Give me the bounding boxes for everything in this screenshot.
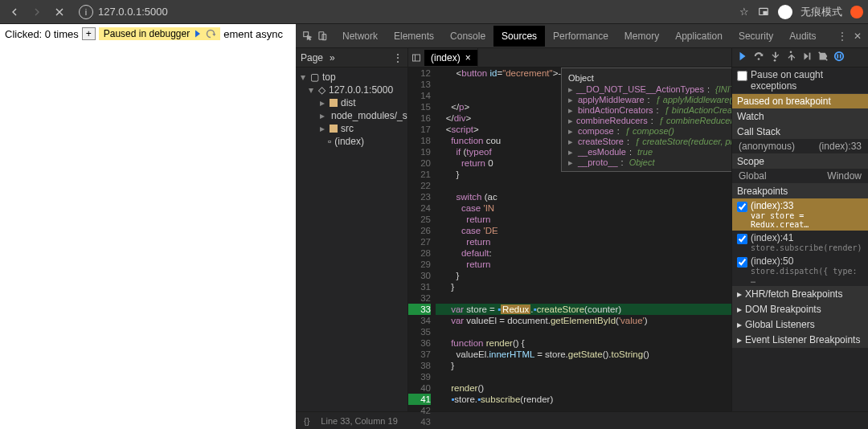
- folder-icon: [330, 125, 338, 133]
- step-over-icon[interactable]: [753, 51, 764, 64]
- tooltip-title: Object: [565, 72, 731, 84]
- scope-global[interactable]: GlobalWindow: [732, 169, 868, 183]
- folder-icon: [330, 99, 338, 107]
- tab-sources[interactable]: Sources: [493, 26, 545, 47]
- sources-navigator: ▾▢top ▾◇127.0.0.1:5000 ▸dist ▸node_modul…: [296, 67, 408, 411]
- global-listeners-section[interactable]: ▸ Global Listeners: [732, 317, 868, 332]
- resume-script-icon[interactable]: [737, 51, 748, 64]
- paused-message: Paused on breakpoint: [732, 94, 868, 108]
- pause-on-caught-checkbox[interactable]: Pause on caught exceptions: [732, 67, 868, 93]
- nav-root-top[interactable]: ▾▢top: [296, 71, 407, 84]
- svg-point-12: [835, 52, 844, 61]
- svg-rect-5: [413, 55, 420, 61]
- breakpoints-section[interactable]: Breakpoints: [732, 184, 868, 198]
- browser-toolbar: i 127.0.0.1:5000 ☆ 无痕模式: [0, 0, 868, 24]
- step-out-icon[interactable]: [785, 51, 796, 64]
- incognito-label: 无痕模式: [800, 5, 842, 19]
- stop-reload-button[interactable]: [50, 2, 69, 22]
- step-icon[interactable]: [206, 29, 215, 39]
- svg-point-8: [774, 59, 776, 62]
- line-gutter[interactable]: 1213141516171819202122232425262728293031…: [408, 67, 436, 411]
- pip-icon[interactable]: [757, 6, 770, 18]
- extension-badge-icon[interactable]: [850, 6, 863, 18]
- callstack-section[interactable]: Call Stack: [732, 125, 868, 139]
- devtools-menu-icon[interactable]: ⋮: [837, 31, 847, 42]
- svg-rect-14: [840, 54, 841, 58]
- tab-network[interactable]: Network: [334, 26, 386, 47]
- editor-statusbar: {} Line 33, Column 19: [296, 411, 868, 429]
- tab-memory[interactable]: Memory: [616, 26, 667, 47]
- scope-section[interactable]: Scope: [732, 154, 868, 169]
- event-listener-breakpoints-section[interactable]: ▸ Event Listener Breakpoints: [732, 333, 868, 347]
- format-braces-icon[interactable]: {}: [304, 416, 309, 426]
- svg-point-7: [758, 58, 760, 60]
- callstack-item[interactable]: (anonymous)(index):33: [732, 139, 868, 153]
- device-toggle-icon[interactable]: [317, 31, 328, 42]
- page-text: Clicked: 0 times: [5, 28, 79, 40]
- tab-console[interactable]: Console: [442, 26, 493, 47]
- bookmark-star-icon[interactable]: ☆: [739, 6, 749, 18]
- code-lines[interactable]: Object ▸__DO_NOT_USE__ActionTypes: {INIT…: [436, 67, 731, 411]
- tab-elements[interactable]: Elements: [386, 26, 442, 47]
- toggle-navigator-icon[interactable]: [411, 53, 421, 63]
- tab-performance[interactable]: Performance: [545, 26, 616, 47]
- svg-point-9: [790, 51, 792, 53]
- pause-exceptions-icon[interactable]: [833, 51, 845, 64]
- nav-file-index[interactable]: ▫(index): [296, 135, 407, 148]
- step-into-icon[interactable]: [769, 51, 780, 64]
- nav-menu-icon[interactable]: ⋮: [393, 52, 403, 63]
- increment-button[interactable]: +: [82, 27, 96, 40]
- nav-folder-dist[interactable]: ▸dist: [296, 96, 407, 109]
- dom-breakpoints-section[interactable]: ▸ DOM Breakpoints: [732, 302, 868, 317]
- nav-folder-src[interactable]: ▸src: [296, 122, 407, 135]
- file-tab-index[interactable]: (index) ×: [424, 50, 477, 66]
- nav-host[interactable]: ▾◇127.0.0.1:5000: [296, 84, 407, 96]
- site-info-icon[interactable]: i: [79, 5, 93, 19]
- nav-tab-page[interactable]: Page: [301, 52, 323, 63]
- code-editor[interactable]: 1213141516171819202122232425262728293031…: [408, 67, 731, 411]
- profile-avatar-icon[interactable]: [778, 5, 792, 19]
- debugger-controls: [731, 48, 868, 67]
- nav-folder-node-modules[interactable]: ▸node_modules/_sym: [296, 109, 407, 122]
- svg-rect-13: [837, 54, 838, 58]
- tab-audits[interactable]: Audits: [781, 26, 824, 47]
- page-trailing-text: ement async: [223, 28, 283, 40]
- resume-icon[interactable]: [193, 29, 203, 39]
- watch-section[interactable]: Watch: [732, 109, 868, 124]
- breakpoint-item-41[interactable]: (index):41store.subscribe(render): [732, 231, 868, 254]
- object-preview-tooltip[interactable]: Object ▸__DO_NOT_USE__ActionTypes: {INIT…: [561, 67, 731, 172]
- close-tab-icon[interactable]: ×: [465, 52, 471, 63]
- url-text[interactable]: 127.0.0.1:5000: [98, 6, 168, 18]
- forward-button[interactable]: [27, 2, 47, 22]
- deactivate-breakpoints-icon[interactable]: [817, 51, 829, 64]
- page-viewport: Clicked: 0 times + Paused in debugger em…: [0, 24, 296, 429]
- svg-rect-3: [319, 31, 324, 39]
- devtools-panel: Network Elements Console Sources Perform…: [296, 24, 868, 429]
- step-icon[interactable]: [801, 51, 813, 64]
- back-button[interactable]: [5, 2, 24, 22]
- breakpoint-item-33[interactable]: (index):33var store = Redux.creat…: [732, 198, 868, 231]
- tab-application[interactable]: Application: [667, 26, 731, 47]
- svg-rect-10: [809, 53, 811, 60]
- paused-in-debugger-banner: Paused in debugger: [99, 27, 220, 40]
- devtools-tab-bar: Network Elements Console Sources Perform…: [296, 24, 868, 48]
- sources-nav-header: Page » ⋮: [296, 48, 408, 67]
- breakpoint-item-50[interactable]: (index):50store.dispatch({ type: …: [732, 254, 868, 286]
- tab-security[interactable]: Security: [731, 26, 781, 47]
- xhr-breakpoints-section[interactable]: ▸ XHR/fetch Breakpoints: [732, 287, 868, 301]
- inspect-icon[interactable]: [302, 31, 313, 42]
- cursor-position: Line 33, Column 19: [321, 416, 397, 426]
- nav-more-icon[interactable]: »: [330, 52, 335, 63]
- svg-rect-1: [764, 11, 767, 14]
- devtools-close-icon[interactable]: ✕: [854, 31, 862, 42]
- debugger-sidebar: Pause on caught exceptions Paused on bre…: [731, 67, 868, 411]
